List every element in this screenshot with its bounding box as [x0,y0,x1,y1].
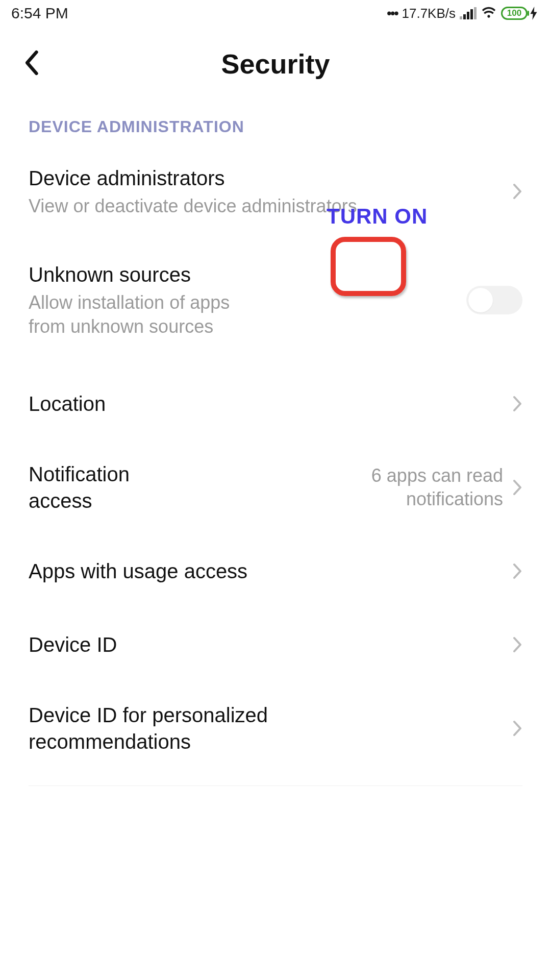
status-bar: 6:54 PM ••• 17.7KB/s 100 [0,0,551,27]
row-device-id[interactable]: Device ID [0,608,551,681]
annotation-turn-on-label: TURN ON [327,204,428,229]
page-title: Security [19,48,532,80]
chevron-right-icon [512,395,522,412]
row-subtitle: View or deactivate device administrators [29,194,512,218]
chevron-right-icon [512,720,522,737]
row-title: Device ID [29,631,512,658]
row-title: Location [29,390,512,417]
chevron-right-icon [512,562,522,580]
network-speed: 17.7KB/s [402,6,456,21]
app-bar: Security [0,27,551,95]
row-value: 6 apps can read notifications [319,464,503,512]
more-dots-icon: ••• [387,6,397,21]
chevron-right-icon [512,479,522,496]
wifi-icon [481,4,497,22]
divider [29,786,522,786]
row-title: Unknown sources [29,261,247,288]
row-apps-usage-access[interactable]: Apps with usage access [0,534,551,608]
row-device-administrators[interactable]: Device administrators View or deactivate… [0,148,551,236]
charging-bolt-icon [530,7,538,20]
row-subtitle: Allow installation of apps from unknown … [29,291,247,339]
unknown-sources-toggle[interactable] [466,286,522,314]
chevron-right-icon [512,183,522,200]
toggle-knob [468,288,493,312]
chevron-left-icon [22,50,40,76]
status-time: 6:54 PM [11,5,68,22]
battery-percentage: 100 [507,8,521,18]
row-title: Notification access [29,461,174,514]
row-title: Apps with usage access [29,558,512,584]
row-unknown-sources[interactable]: Unknown sources Allow installation of ap… [0,236,551,364]
row-notification-access[interactable]: Notification access 6 apps can read noti… [0,440,551,534]
row-title: Device administrators [29,165,512,191]
back-button[interactable] [22,50,40,78]
row-location[interactable]: Location [0,367,551,440]
battery-icon: 100 [501,7,538,20]
cellular-signal-icon [460,7,477,19]
row-title: Device ID for personalized recommendatio… [29,702,270,755]
status-indicators: ••• 17.7KB/s 100 [387,4,538,22]
row-device-id-personalized[interactable]: Device ID for personalized recommendatio… [0,681,551,775]
section-header-device-administration: DEVICE ADMINISTRATION [0,95,551,148]
chevron-right-icon [512,636,522,653]
